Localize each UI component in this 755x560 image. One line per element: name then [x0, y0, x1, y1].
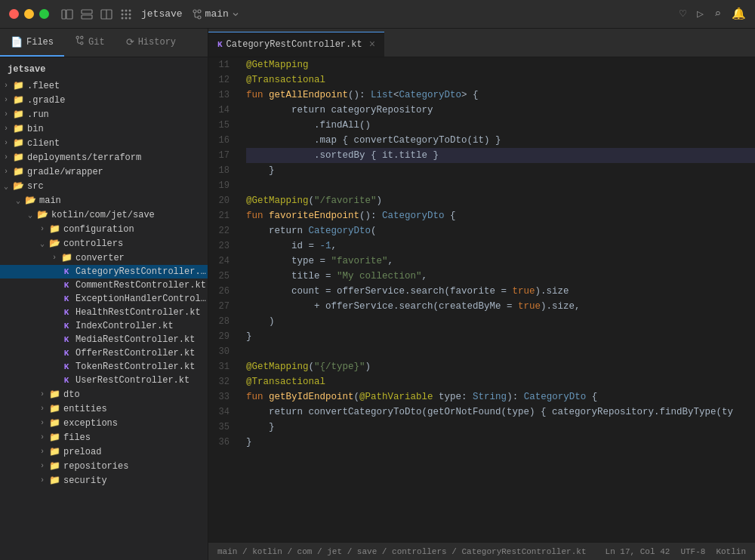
- code-line[interactable]: fun getByIdEndpoint(@PathVariable type: …: [246, 389, 755, 405]
- code-line[interactable]: @GetMapping("/favorite"): [246, 193, 755, 208]
- tree-item-kotlin[interactable]: ⌄ 📂 kotlin/com/jet/save: [0, 208, 208, 222]
- svg-point-9: [122, 13, 124, 15]
- kotlin-file-icon: K: [60, 267, 72, 276]
- code-line[interactable]: }: [246, 435, 755, 450]
- code-token-fn: getByIdEndpoint: [269, 392, 354, 402]
- maximize-button[interactable]: [39, 9, 49, 19]
- kotlin-file-icon: K: [60, 294, 72, 303]
- tree-item-user-controller[interactable]: K UserRestController.kt: [0, 374, 208, 387]
- run-icon[interactable]: ▷: [697, 7, 704, 21]
- code-line[interactable]: .map { convertCategoryToDto(it) }: [246, 133, 755, 148]
- expand-arrow: ›: [48, 254, 60, 262]
- code-token-plain: <: [393, 90, 399, 100]
- tree-item-preload[interactable]: › 📁 preload: [0, 445, 208, 459]
- layout2-icon[interactable]: [81, 8, 93, 20]
- close-tab-button[interactable]: ×: [369, 38, 375, 51]
- expand-arrow: ›: [36, 390, 48, 398]
- code-line[interactable]: return categoryRepository: [246, 103, 755, 118]
- code-editor[interactable]: 1112131415161718192021222324252627282930…: [208, 57, 755, 542]
- minimize-button[interactable]: [24, 9, 34, 19]
- sidebar-tab-history[interactable]: ⟳ History: [116, 29, 186, 57]
- code-line[interactable]: [246, 344, 755, 359]
- tree-item-exception-controller[interactable]: K ExceptionHandlerControlle...: [0, 292, 208, 306]
- code-line[interactable]: @Transactional: [246, 374, 755, 389]
- code-token-annotation: @GetMapping: [246, 60, 309, 70]
- files-icon: 📄: [11, 36, 23, 48]
- tree-item-exceptions[interactable]: › 📁 exceptions: [0, 416, 208, 430]
- layout3-icon[interactable]: [100, 8, 112, 20]
- tree-item-src[interactable]: ⌄ 📂 src: [0, 179, 208, 193]
- branch-selector[interactable]: main: [192, 8, 239, 20]
- code-content[interactable]: @GetMapping@Transactionalfun getAllEndpo…: [240, 57, 755, 542]
- code-line[interactable]: fun favoriteEndpoint(): CategoryDto {: [246, 208, 755, 223]
- notification-icon[interactable]: 🔔: [732, 7, 746, 21]
- sidebar-toggle-icon[interactable]: [61, 8, 73, 20]
- code-line[interactable]: return CategoryDto(: [246, 223, 755, 238]
- code-token-annotation: @GetMapping: [246, 195, 309, 206]
- close-button[interactable]: [9, 9, 19, 19]
- sidebar-tab-files[interactable]: 📄 Files: [0, 29, 64, 57]
- code-line[interactable]: count = offerService.search(favorite = t…: [246, 284, 755, 299]
- tree-item-gradle-wrapper[interactable]: › 📁 gradle/wrapper: [0, 165, 208, 179]
- tree-item-converter[interactable]: › 📁 converter: [0, 251, 208, 265]
- tree-item-configuration[interactable]: › 📁 configuration: [0, 222, 208, 236]
- code-line[interactable]: }: [246, 329, 755, 344]
- svg-rect-3: [82, 15, 92, 19]
- line-number: 22: [208, 223, 234, 238]
- code-line[interactable]: ): [246, 314, 755, 329]
- tree-item-health-controller[interactable]: K HealthRestController.kt: [0, 306, 208, 319]
- line-number: 33: [208, 389, 234, 405]
- code-line[interactable]: .findAll(): [246, 118, 755, 133]
- code-line[interactable]: fun getAllEndpoint(): List<CategoryDto> …: [246, 88, 755, 103]
- code-line[interactable]: @Transactional: [246, 72, 755, 88]
- code-token-plain: }: [246, 331, 252, 342]
- tree-item-files[interactable]: › 📁 files: [0, 430, 208, 445]
- tree-item-bin[interactable]: › 📁 bin: [0, 122, 208, 136]
- code-line[interactable]: + offerService.search(createdByMe = true…: [246, 299, 755, 314]
- line-number: 21: [208, 208, 234, 223]
- heart-icon[interactable]: ♡: [680, 7, 686, 21]
- sidebar-tab-files-label: Files: [26, 37, 54, 48]
- code-line[interactable]: id = -1,: [246, 238, 755, 254]
- tree-label: HealthRestController.kt: [76, 307, 201, 318]
- code-line[interactable]: title = "My collection",: [246, 269, 755, 284]
- tree-item-index-controller[interactable]: K IndexController.kt: [0, 319, 208, 333]
- code-line[interactable]: }: [246, 420, 755, 435]
- code-token-string: "favorite": [331, 256, 388, 266]
- grid-icon[interactable]: [120, 8, 132, 20]
- code-line[interactable]: }: [246, 163, 755, 178]
- sidebar-tab-git[interactable]: Git: [64, 29, 116, 57]
- code-token-type: CategoryDto: [524, 392, 587, 402]
- code-line[interactable]: @GetMapping: [246, 57, 755, 72]
- tree-item-security[interactable]: › 📁 security: [0, 473, 208, 488]
- tree-item-dto[interactable]: › 📁 dto: [0, 387, 208, 402]
- code-line[interactable]: type = "favorite",: [246, 254, 755, 269]
- code-line[interactable]: return convertCategoryToDto(getOrNotFoun…: [246, 405, 755, 420]
- tree-item-main[interactable]: ⌄ 📂 main: [0, 193, 208, 208]
- tree-item-run[interactable]: › 📁 .run: [0, 107, 208, 122]
- tree-item-offer-controller[interactable]: K OfferRestController.kt: [0, 346, 208, 360]
- tree-item-deployments[interactable]: › 📁 deployments/terraform: [0, 150, 208, 165]
- chevron-down-icon: [232, 11, 239, 18]
- tree-item-entities[interactable]: › 📁 entities: [0, 402, 208, 416]
- editor-tab-category-controller[interactable]: K CategoryRestController.kt ×: [208, 32, 384, 57]
- tree-item-controllers[interactable]: ⌄ 📂 controllers: [0, 236, 208, 251]
- code-line[interactable]: [246, 178, 755, 193]
- search-icon[interactable]: ⌕: [714, 7, 721, 21]
- tree-item-gradle[interactable]: › 📁 .gradle: [0, 93, 208, 107]
- expand-arrow: ›: [36, 225, 48, 233]
- tree-item-fleet[interactable]: › 📁 .fleet: [0, 78, 208, 93]
- code-token-plain: title =: [246, 271, 337, 282]
- code-line[interactable]: @GetMapping("{/type}"): [246, 359, 755, 374]
- tree-item-repositories[interactable]: › 📁 repositories: [0, 459, 208, 473]
- expand-arrow: ›: [36, 448, 48, 456]
- tree-item-client[interactable]: › 📁 client: [0, 136, 208, 150]
- tree-item-comment-controller[interactable]: K CommentRestController.kt: [0, 278, 208, 292]
- expand-arrow: ›: [36, 419, 48, 427]
- tree-item-token-controller[interactable]: K TokenRestController.kt: [0, 360, 208, 374]
- line-number: 14: [208, 103, 234, 118]
- tree-item-media-controller[interactable]: K MediaRestController.kt: [0, 333, 208, 346]
- code-line[interactable]: .sortedBy { it.title }: [246, 148, 755, 163]
- tree-item-category-controller[interactable]: K CategoryRestController.kt: [0, 265, 208, 278]
- git-icon: [75, 35, 85, 48]
